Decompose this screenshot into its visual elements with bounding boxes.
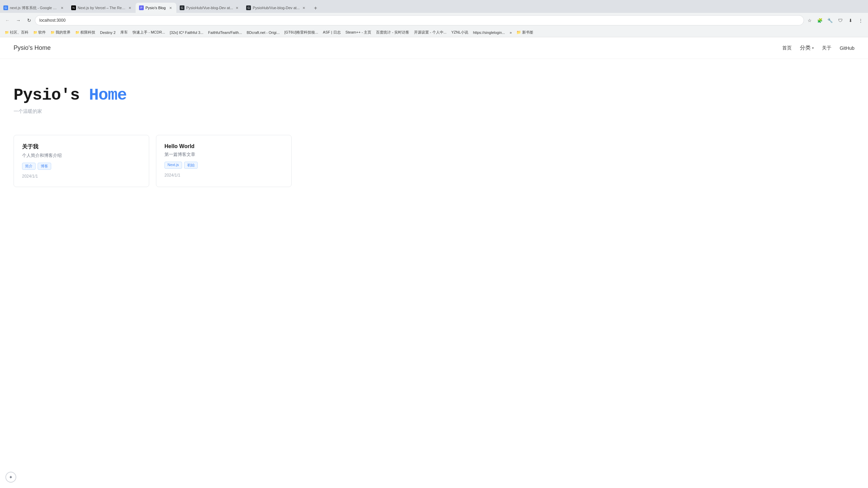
browser-toolbar: ← → ↻ localhost:3000 ☆ 🧩 🔧 🛡 ⬇ ⋮ bbox=[0, 13, 868, 28]
new-tab-button[interactable]: + bbox=[311, 3, 320, 13]
bookmark-opensource[interactable]: 开源设置 - 个人中... bbox=[412, 29, 449, 36]
folder-icon-1: 📁 bbox=[5, 30, 9, 34]
bookmark-label-1: 社区、百科 bbox=[10, 30, 28, 35]
tab-icon-2: N bbox=[71, 5, 76, 10]
forward-button[interactable]: → bbox=[14, 16, 23, 25]
card-hello-tags: Next.js 初始 bbox=[164, 162, 283, 169]
nav-categories-dropdown[interactable]: 分类 ▾ bbox=[800, 44, 814, 52]
bookmark-more[interactable]: » bbox=[508, 30, 514, 35]
bookmark-label-gt6u: [GT6U]格雷科技核... bbox=[284, 30, 318, 35]
tab-icon-4: G bbox=[180, 5, 184, 10]
browser-chrome: G next.js 博客系统 - Google 翻... ✕ N Next.js… bbox=[0, 0, 868, 37]
bookmark-faithful[interactable]: [32x] IC² Faithful 3... bbox=[168, 30, 205, 35]
card-about-tags: 简介 博客 bbox=[22, 163, 141, 170]
browser-tab-4[interactable]: G PysioHub/Vue-blog-Dev at... ✕ bbox=[176, 3, 243, 13]
bookmark-singlelogin[interactable]: https://singlelogin... bbox=[471, 30, 507, 35]
tab-label-3: Pysio's Blog bbox=[145, 6, 166, 10]
nav-about[interactable]: 关于 bbox=[822, 45, 831, 51]
tab-close-4[interactable]: ✕ bbox=[235, 5, 239, 10]
folder-icon-2: 📁 bbox=[33, 30, 37, 34]
bookmark-label-4: 权限科技 bbox=[80, 30, 95, 35]
bookmark-gt6u[interactable]: [GT6U]格雷科技核... bbox=[282, 29, 320, 36]
browser-tab-2[interactable]: N Next.js by Vercel – The Reac... ✕ bbox=[68, 3, 136, 13]
card-hello-title: Hello World bbox=[164, 143, 283, 149]
address-bar[interactable]: localhost:3000 bbox=[35, 16, 804, 25]
nav-home[interactable]: 首页 bbox=[782, 45, 792, 51]
tab-icon-3: P bbox=[139, 5, 144, 10]
nav-about-link[interactable]: 关于 bbox=[822, 45, 831, 50]
bookmark-asf[interactable]: ASF | 日志 bbox=[321, 29, 342, 36]
tag-intro[interactable]: 简介 bbox=[22, 163, 36, 170]
tag-nextjs[interactable]: Next.js bbox=[164, 162, 182, 169]
nav-categories-label: 分类 bbox=[800, 44, 811, 52]
bookmark-destiny2[interactable]: Destiny 2 bbox=[98, 30, 118, 35]
browser-tab-3[interactable]: P Pysio's Blog ✕ bbox=[136, 3, 176, 13]
bookmark-label-3: 我的世界 bbox=[56, 30, 71, 35]
bookmark-folder-3[interactable]: 📁 我的世界 bbox=[48, 29, 73, 36]
site-logo[interactable]: Pysio's Home bbox=[14, 44, 51, 52]
bookmark-bdcraft[interactable]: BDcraft.net - Origi... bbox=[245, 30, 282, 35]
browser-tab-5[interactable]: G PysioHub/Vue-blog-Dev at... ✕ bbox=[243, 3, 309, 13]
tab-close-3[interactable]: ✕ bbox=[168, 5, 173, 10]
sparkle-icon: ✦ bbox=[9, 474, 13, 480]
tag-blog[interactable]: 博客 bbox=[38, 163, 51, 170]
cards-grid: 关于我 个人简介和博客介绍 简介 博客 2024/1/1 Hello World… bbox=[0, 135, 305, 187]
bookmark-mcdr[interactable]: 快速上手 - MCDR... bbox=[131, 29, 167, 36]
address-text: localhost:3000 bbox=[39, 18, 65, 23]
nav-links: 首页 分类 ▾ 关于 GitHub bbox=[782, 44, 854, 52]
bookmark-yznl[interactable]: YZNL小说 bbox=[449, 29, 470, 36]
bottom-icon-button[interactable]: ✦ bbox=[5, 472, 16, 483]
nav-github-link[interactable]: GitHub bbox=[840, 45, 854, 51]
logo-text: Pysio's Home bbox=[14, 44, 51, 51]
back-button[interactable]: ← bbox=[3, 16, 12, 25]
extension-button-2[interactable]: 🔧 bbox=[825, 16, 835, 25]
tab-label-2: Next.js by Vercel – The Reac... bbox=[78, 6, 126, 10]
reload-button[interactable]: ↻ bbox=[24, 16, 34, 25]
tab-icon-5: G bbox=[246, 5, 251, 10]
download-button[interactable]: ⬇ bbox=[846, 16, 855, 25]
bookmark-new-folder[interactable]: 📁 新书签 bbox=[514, 29, 535, 36]
bookmark-label-faithfulteam: FaithfulTeam/Faith... bbox=[208, 30, 242, 35]
tag-initial[interactable]: 初始 bbox=[184, 162, 198, 169]
folder-icon-4: 📁 bbox=[75, 30, 79, 34]
tab-close-5[interactable]: ✕ bbox=[301, 5, 306, 10]
bookmark-library[interactable]: 库车 bbox=[118, 29, 130, 36]
bookmark-label-singlelogin: https://singlelogin... bbox=[473, 30, 505, 35]
bookmark-label-2: 软件 bbox=[38, 30, 46, 35]
bookmark-label-yznl: YZNL小说 bbox=[451, 30, 468, 35]
nav-categories[interactable]: 分类 ▾ bbox=[800, 44, 814, 52]
bookmark-label-faithful: [32x] IC² Faithful 3... bbox=[170, 30, 203, 35]
bookmark-label-library: 库车 bbox=[120, 30, 128, 35]
site-nav: Pysio's Home 首页 分类 ▾ 关于 GitHub bbox=[0, 37, 868, 59]
extension-button-3[interactable]: 🛡 bbox=[835, 16, 845, 25]
tab-close-1[interactable]: ✕ bbox=[60, 5, 64, 10]
bookmark-steampp[interactable]: Steam++ - 主页 bbox=[343, 29, 373, 36]
bookmark-folder-4[interactable]: 📁 权限科技 bbox=[73, 29, 97, 36]
card-about-date: 2024/1/1 bbox=[22, 174, 141, 179]
card-hello-world[interactable]: Hello World 第一篇博客文章 Next.js 初始 2024/1/1 bbox=[156, 135, 292, 187]
bookmark-folder-2[interactable]: 📁 软件 bbox=[31, 29, 48, 36]
extension-button-1[interactable]: 🧩 bbox=[815, 16, 825, 25]
tab-icon-1: G bbox=[3, 5, 8, 10]
browser-tab-1[interactable]: G next.js 博客系统 - Google 翻... ✕ bbox=[0, 3, 68, 13]
bookmark-folder-1[interactable]: 📁 社区、百科 bbox=[3, 29, 31, 36]
card-about-title: 关于我 bbox=[22, 143, 141, 150]
bookmark-star-button[interactable]: ☆ bbox=[805, 16, 814, 25]
bookmark-baidu[interactable]: 百度统计 - 实时访客 bbox=[374, 29, 411, 36]
tab-close-2[interactable]: ✕ bbox=[127, 5, 132, 10]
bookmark-label-bdcraft: BDcraft.net - Origi... bbox=[247, 30, 280, 35]
nav-github[interactable]: GitHub bbox=[840, 45, 854, 51]
bookmark-label-baidu: 百度统计 - 实时访客 bbox=[376, 30, 409, 35]
card-about[interactable]: 关于我 个人简介和博客介绍 简介 博客 2024/1/1 bbox=[14, 135, 149, 187]
card-hello-desc: 第一篇博客文章 bbox=[164, 151, 283, 158]
bookmark-label-asf: ASF | 日志 bbox=[323, 30, 340, 35]
hero-title-colored: Home bbox=[89, 86, 126, 104]
hero-title-black: Pysio's bbox=[14, 86, 89, 104]
bookmark-faithfulteam[interactable]: FaithfulTeam/Faith... bbox=[206, 30, 244, 35]
menu-button[interactable]: ⋮ bbox=[856, 16, 865, 25]
nav-home-link[interactable]: 首页 bbox=[782, 45, 792, 50]
bookmark-label-mcdr: 快速上手 - MCDR... bbox=[133, 30, 165, 35]
bookmark-label-destiny2: Destiny 2 bbox=[100, 30, 116, 35]
tab-label-5: PysioHub/Vue-blog-Dev at... bbox=[253, 6, 299, 10]
hero-subtitle: 一个温暖的家 bbox=[14, 108, 854, 115]
